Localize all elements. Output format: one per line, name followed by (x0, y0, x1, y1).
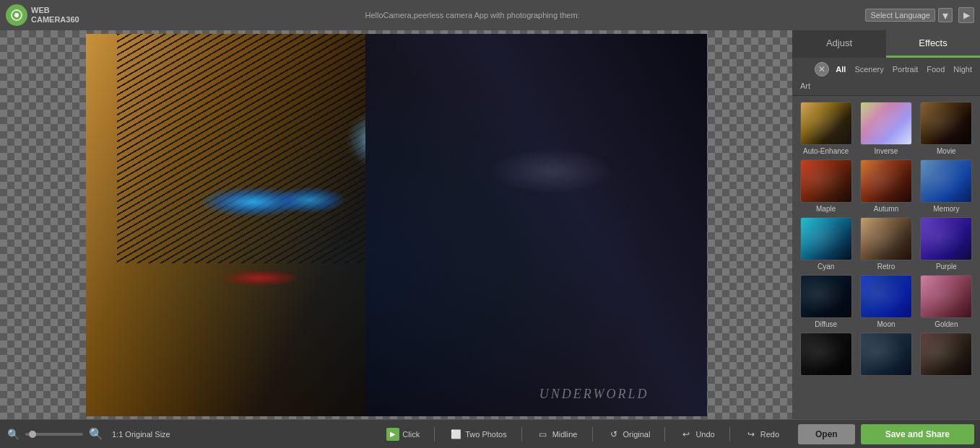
redo-label: Redo (760, 430, 779, 439)
open-button[interactable]: Open (798, 424, 855, 444)
photo-main: UNDERWORLD (86, 34, 707, 416)
canvas-area: UNDERWORLD (0, 30, 792, 419)
effect-thumb-purple (920, 217, 972, 260)
effects-grid: Auto-EnhanceInverseMovieMapleAutumnMemor… (792, 96, 980, 419)
effect-thumb-auto-enhance (800, 102, 852, 145)
effect-thumb-autumn (860, 159, 912, 203)
midline-icon: ▭ (537, 428, 550, 441)
effect-label-inverse: Inverse (875, 147, 898, 155)
effect-label-diffuse: Diffuse (815, 320, 837, 328)
redo-action[interactable]: ↪ Redo (739, 426, 785, 443)
right-tabs: Adjust Effects (792, 30, 980, 58)
undo-label: Undo (695, 430, 714, 439)
effect-label-purple: Purple (936, 263, 957, 271)
size-label: 1:1 Original Size (112, 430, 170, 439)
midline-label: Midline (552, 430, 578, 439)
click-action[interactable]: ▶ Click (381, 426, 425, 443)
app-logo: WEB CAMERA360 (6, 4, 79, 26)
effect-thumb-retro (860, 217, 912, 260)
filter-food[interactable]: Food (924, 64, 947, 74)
header-tagline: HelloCamera,peerless camera App with pho… (85, 11, 860, 19)
tab-adjust[interactable]: Adjust (792, 30, 886, 58)
effect-label-moon: Moon (877, 320, 895, 328)
effect-item-memory[interactable]: Memory (919, 159, 974, 213)
app-name: WEB CAMERA360 (31, 6, 79, 25)
effect-item-inverse[interactable]: Inverse (858, 102, 914, 155)
two-photos-label: Two Photos (465, 430, 506, 439)
effect-item-moon[interactable]: Moon (858, 275, 914, 328)
close-filter-button[interactable]: ✕ (815, 62, 829, 76)
divider-4 (664, 427, 665, 442)
effect-item-retro[interactable]: Retro (858, 217, 914, 271)
zoom-in-icon[interactable]: 🔍 (89, 427, 103, 441)
filter-art[interactable]: Art (798, 81, 812, 91)
divider-3 (592, 427, 593, 442)
effect-thumb-diffuse (800, 275, 852, 318)
effect-item-diffuse[interactable]: Diffuse (798, 275, 854, 328)
zoom-thumb[interactable] (29, 431, 36, 438)
language-selector[interactable]: Select Language ▾ (865, 8, 953, 22)
effect-thumb-moon (860, 275, 912, 318)
click-icon: ▶ (386, 428, 399, 441)
right-panel: Adjust Effects ✕ All Scenery Portrait Fo… (792, 30, 980, 419)
effect-item-movie[interactable]: Movie (919, 102, 974, 155)
effect-label-retro: Retro (877, 263, 895, 271)
save-share-button[interactable]: Save and Share (861, 424, 974, 444)
zoom-out-icon[interactable]: 🔍 (7, 429, 19, 440)
effect-thumb-inverse (860, 102, 912, 145)
undo-action[interactable]: ↩ Undo (674, 426, 720, 443)
effect-thumb-movie (920, 102, 972, 145)
original-action[interactable]: ↺ Original (602, 426, 656, 443)
effect-item-purple[interactable]: Purple (919, 217, 974, 271)
undo-icon: ↩ (680, 428, 693, 441)
effect-item-autumn[interactable]: Autumn (858, 159, 914, 213)
two-photos-action[interactable]: ⬜ Two Photos (443, 426, 512, 443)
midline-action[interactable]: ▭ Midline (531, 426, 584, 443)
effect-thumb-extra1 (800, 333, 852, 376)
effect-item-extra1[interactable] (798, 333, 854, 376)
effect-item-extra2[interactable] (858, 333, 914, 376)
filter-night[interactable]: Night (951, 64, 974, 74)
logo-icon (6, 4, 27, 26)
original-icon: ↺ (607, 428, 620, 441)
filter-portrait[interactable]: Portrait (890, 64, 920, 74)
photo-sheen (86, 34, 707, 416)
tab-effects[interactable]: Effects (886, 30, 980, 58)
header-bar: WEB CAMERA360 HelloCamera,peerless camer… (0, 0, 980, 30)
effect-item-auto-enhance[interactable]: Auto-Enhance (798, 102, 854, 155)
divider-5 (729, 427, 730, 442)
effect-label-memory: Memory (933, 205, 959, 213)
main-area: UNDERWORLD Adjust Effects ✕ All Scenery … (0, 30, 980, 419)
svg-point-1 (14, 13, 19, 17)
original-label: Original (623, 430, 651, 439)
bottom-right-panel: Open Save and Share (792, 419, 980, 448)
language-box[interactable]: Select Language (865, 9, 935, 22)
effect-label-autumn: Autumn (874, 205, 898, 213)
effect-item-extra3[interactable] (919, 333, 974, 376)
effect-label-movie: Movie (937, 147, 956, 155)
effect-item-maple[interactable]: Maple (798, 159, 854, 213)
filter-all[interactable]: All (833, 64, 848, 74)
photo-container: UNDERWORLD (86, 34, 707, 416)
effect-label-golden: Golden (935, 320, 958, 328)
bottom-row: 🔍 🔍 1:1 Original Size ▶ Click ⬜ Two Phot… (0, 419, 980, 448)
language-arrow[interactable]: ▾ (938, 8, 953, 22)
zoom-slider[interactable] (25, 433, 83, 436)
effect-thumb-maple (800, 159, 852, 203)
effect-thumb-extra3 (920, 333, 972, 376)
effect-label-cyan: Cyan (818, 263, 834, 271)
effect-item-cyan[interactable]: Cyan (798, 217, 854, 271)
forward-button[interactable]: ▶ (958, 7, 974, 23)
effect-thumb-extra2 (860, 333, 912, 376)
redo-icon: ↪ (745, 428, 758, 441)
bottom-bar: 🔍 🔍 1:1 Original Size ▶ Click ⬜ Two Phot… (0, 419, 792, 448)
effect-item-golden[interactable]: Golden (919, 275, 974, 328)
effect-thumb-cyan (800, 217, 852, 260)
effect-label-auto-enhance: Auto-Enhance (803, 147, 849, 155)
effect-label-maple: Maple (816, 205, 836, 213)
photo-watermark: UNDERWORLD (539, 387, 649, 402)
divider-2 (521, 427, 522, 442)
two-photos-icon: ⬜ (449, 428, 462, 441)
filter-scenery[interactable]: Scenery (852, 64, 885, 74)
effect-thumb-golden (920, 275, 972, 318)
